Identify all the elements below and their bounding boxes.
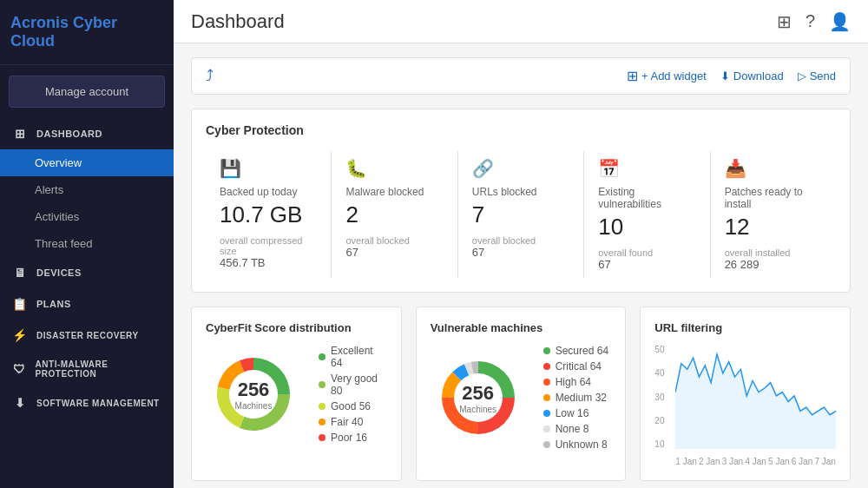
legend-label: Unknown 8 bbox=[556, 439, 608, 451]
stat-label-1: Malware blocked bbox=[345, 186, 443, 198]
stat-icon-1: 🐛 bbox=[345, 158, 443, 179]
download-button[interactable]: ⬇ Download bbox=[720, 69, 784, 82]
stat-label-2: URLs blocked bbox=[472, 186, 569, 198]
stat-value-2: 7 bbox=[472, 201, 569, 228]
chart-x-labels: 1 Jan2 Jan3 Jan4 Jan5 Jan6 Jan7 Jan bbox=[675, 457, 836, 466]
cyberfit-score-title: CyberFit Score distribution bbox=[206, 321, 387, 334]
legend-label: Good 56 bbox=[331, 400, 371, 412]
stat-item-2: 🔗 URLs blocked 7 overall blocked 67 bbox=[458, 151, 584, 278]
stat-sub-label-1: overall blocked bbox=[345, 235, 443, 246]
x-label: 1 Jan bbox=[675, 457, 696, 466]
send-button[interactable]: ▷ Send bbox=[798, 69, 836, 82]
send-label: Send bbox=[810, 69, 836, 82]
stat-sub-value-1: 67 bbox=[345, 246, 443, 259]
vulnerable-total-label: Machines bbox=[459, 405, 496, 414]
user-icon[interactable]: 👤 bbox=[829, 11, 851, 32]
sidebar-item-software-mgmt[interactable]: ⬇ SOFTWARE MANAGEMENT bbox=[0, 387, 174, 419]
x-label: 6 Jan bbox=[792, 457, 812, 466]
legend-dot bbox=[319, 381, 326, 388]
stat-sub-value-0: 456.7 TB bbox=[220, 256, 317, 269]
legend-item: Critical 64 bbox=[543, 360, 608, 373]
y-label: 10 bbox=[654, 439, 672, 449]
stat-sub-label-0: overall compressed size bbox=[220, 235, 317, 256]
toolbar-right: ⊞ + Add widget ⬇ Download ▷ Send bbox=[627, 68, 836, 84]
manage-account-button[interactable]: Manage account bbox=[9, 76, 165, 108]
legend-label: Very good 80 bbox=[331, 373, 387, 397]
vulnerable-donut-center: 256 Machines bbox=[459, 382, 496, 414]
stat-item-0: 💾 Backed up today 10.7 GB overall compre… bbox=[206, 151, 332, 278]
chart-svg-wrap bbox=[675, 345, 836, 449]
sidebar-item-alerts[interactable]: Alerts bbox=[0, 176, 174, 203]
stat-sub-value-2: 67 bbox=[472, 246, 569, 259]
vulnerable-machines-title: Vulnerable machines bbox=[431, 321, 612, 334]
legend-dot bbox=[543, 425, 550, 432]
toolbar: ⤴ ⊞ + Add widget ⬇ Download ▷ Send bbox=[191, 57, 851, 95]
cyberfit-donut-container: 256 Machines Excellent 64 Very good 80 G… bbox=[206, 345, 387, 444]
sidebar: Acronis Cyber Cloud Manage account ⊞ DAS… bbox=[0, 0, 174, 488]
software-mgmt-label: SOFTWARE MANAGEMENT bbox=[36, 399, 160, 408]
y-label: 30 bbox=[654, 392, 672, 402]
anti-malware-label: ANTI-MALWARE PROTECTION bbox=[36, 359, 161, 379]
stat-sub-value-4: 26 289 bbox=[725, 258, 822, 271]
anti-malware-icon: 🛡 bbox=[12, 362, 27, 376]
legend-item: Low 16 bbox=[543, 407, 608, 419]
cyberfit-donut-center: 256 Machines bbox=[235, 379, 273, 411]
legend-label: None 8 bbox=[556, 423, 589, 435]
main-content: Dashboard ⊞ ? 👤 ⤴ ⊞ + Add widget ⬇ Downl… bbox=[174, 0, 868, 488]
url-filtering-card: URL filtering 5040302010 1 Jan2 Jan3 Jan… bbox=[640, 307, 851, 481]
stat-label-4: Patches ready to install bbox=[725, 186, 822, 210]
legend-label: Low 16 bbox=[556, 407, 589, 419]
sidebar-item-devices[interactable]: 🖥 DEVICES bbox=[0, 257, 174, 288]
vulnerable-total: 256 bbox=[459, 382, 496, 405]
y-label: 50 bbox=[654, 345, 672, 354]
legend-item: Unknown 8 bbox=[543, 439, 608, 451]
add-widget-button[interactable]: ⊞ + Add widget bbox=[627, 68, 707, 84]
software-mgmt-icon: ⬇ bbox=[12, 396, 28, 410]
cyber-protection-title: Cyber Protection bbox=[206, 123, 836, 137]
download-label: Download bbox=[733, 69, 784, 82]
legend-label: Medium 32 bbox=[556, 392, 607, 404]
legend-label: High 64 bbox=[556, 376, 591, 388]
send-icon: ▷ bbox=[798, 69, 806, 82]
stat-sub-label-3: overall found bbox=[598, 247, 695, 258]
help-icon[interactable]: ? bbox=[806, 11, 815, 31]
url-filtering-chart: 5040302010 1 Jan2 Jan3 Jan4 Jan5 Jan6 Ja… bbox=[654, 345, 836, 466]
sidebar-item-anti-malware[interactable]: 🛡 ANTI-MALWARE PROTECTION bbox=[0, 351, 174, 387]
sidebar-item-overview[interactable]: Overview bbox=[0, 149, 174, 176]
stat-icon-2: 🔗 bbox=[472, 158, 569, 179]
legend-item: Very good 80 bbox=[319, 373, 387, 397]
sidebar-item-activities[interactable]: Activities bbox=[0, 203, 174, 230]
cyberfit-legend: Excellent 64 Very good 80 Good 56 Fair 4… bbox=[319, 345, 387, 444]
sidebar-item-dashboard[interactable]: ⊞ DASHBOARD bbox=[0, 118, 174, 149]
legend-dot bbox=[543, 394, 550, 401]
x-label: 3 Jan bbox=[722, 457, 743, 466]
logo-text: Acronis Cyber Cloud bbox=[10, 14, 117, 49]
stat-label-0: Backed up today bbox=[220, 186, 317, 198]
legend-dot bbox=[543, 347, 550, 354]
disaster-recovery-label: DISASTER RECOVERY bbox=[36, 331, 139, 340]
cyberfit-donut: 256 Machines bbox=[206, 346, 301, 442]
stat-sub-label-4: overall installed bbox=[725, 247, 822, 258]
legend-dot bbox=[543, 441, 550, 448]
cyber-protection-card: Cyber Protection 💾 Backed up today 10.7 … bbox=[191, 109, 851, 293]
legend-item: Secured 64 bbox=[543, 345, 608, 357]
sidebar-item-threat-feed[interactable]: Threat feed bbox=[0, 230, 174, 257]
plans-label: PLANS bbox=[36, 299, 71, 309]
stat-value-1: 2 bbox=[345, 201, 443, 228]
vulnerable-donut-container: 256 Machines Secured 64 Critical 64 High… bbox=[431, 345, 612, 451]
stat-label-3: Existing vulnerabilities bbox=[598, 186, 695, 210]
disaster-recovery-icon: ⚡ bbox=[12, 328, 28, 342]
y-label: 20 bbox=[654, 416, 672, 425]
sidebar-item-disaster-recovery[interactable]: ⚡ DISASTER RECOVERY bbox=[0, 320, 174, 351]
vulnerable-donut: 256 Machines bbox=[431, 350, 526, 445]
stat-icon-0: 💾 bbox=[220, 158, 317, 179]
legend-dot bbox=[319, 403, 326, 410]
export-icon[interactable]: ⤴ bbox=[206, 67, 214, 85]
grid-icon[interactable]: ⊞ bbox=[777, 11, 792, 32]
legend-dot bbox=[319, 419, 326, 425]
legend-item: Poor 16 bbox=[319, 432, 387, 444]
sidebar-item-plans[interactable]: 📋 PLANS bbox=[0, 288, 174, 320]
cyberfit-total: 256 bbox=[235, 379, 273, 401]
stat-item-3: 📅 Existing vulnerabilities 10 overall fo… bbox=[584, 151, 710, 278]
x-label: 2 Jan bbox=[699, 457, 720, 466]
